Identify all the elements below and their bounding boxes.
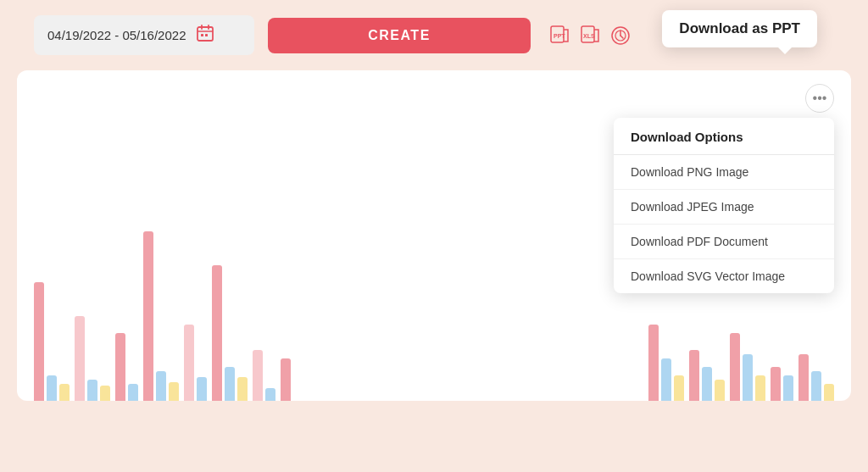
ppt-icon[interactable]: PPT xyxy=(548,24,571,47)
bar-group xyxy=(730,333,765,401)
bar-group xyxy=(143,231,179,401)
download-svg-item[interactable]: Download SVG Vector Image xyxy=(614,259,834,293)
tooltip-download-ppt: Download as PPT xyxy=(662,10,817,47)
download-jpeg-item[interactable]: Download JPEG Image xyxy=(614,190,834,225)
bar-group xyxy=(798,354,834,401)
svg-line-13 xyxy=(620,36,623,38)
bar-group xyxy=(648,325,684,401)
bar-group xyxy=(212,265,248,401)
download-options-dropdown: Download Options Download PNG Image Down… xyxy=(614,118,834,293)
download-pdf-item[interactable]: Download PDF Document xyxy=(614,225,834,259)
chart-area: ••• Download Options Download PNG Image … xyxy=(17,70,851,401)
dots-menu-button[interactable]: ••• xyxy=(805,84,834,113)
bar-group xyxy=(184,325,207,401)
bar-group xyxy=(115,333,138,401)
bar-group xyxy=(689,350,725,401)
tooltip-text: Download as PPT xyxy=(679,20,800,36)
xls-icon[interactable]: XLS xyxy=(578,24,602,47)
download-png-item[interactable]: Download PNG Image xyxy=(614,155,834,190)
bar-group xyxy=(771,367,793,401)
date-range-text: 04/19/2022 - 05/16/2022 xyxy=(47,28,186,42)
svg-rect-4 xyxy=(201,34,203,36)
dropdown-header: Download Options xyxy=(614,118,834,155)
toolbar-icons: PPT XLS xyxy=(548,24,632,47)
bar-group xyxy=(281,358,291,401)
svg-rect-0 xyxy=(198,27,213,41)
schedule-icon[interactable] xyxy=(609,24,632,47)
svg-text:XLS: XLS xyxy=(583,33,595,39)
calendar-icon xyxy=(196,24,214,47)
bar-group xyxy=(253,350,275,401)
create-button[interactable]: CREATE xyxy=(268,18,531,53)
dots-icon: ••• xyxy=(813,91,827,106)
bar-group xyxy=(34,282,70,401)
main-content: ••• Download Options Download PNG Image … xyxy=(17,70,851,401)
bar-group xyxy=(75,316,110,401)
svg-text:PPT: PPT xyxy=(554,33,565,39)
date-range-input[interactable]: 04/19/2022 - 05/16/2022 xyxy=(34,15,254,55)
svg-rect-5 xyxy=(205,34,208,36)
